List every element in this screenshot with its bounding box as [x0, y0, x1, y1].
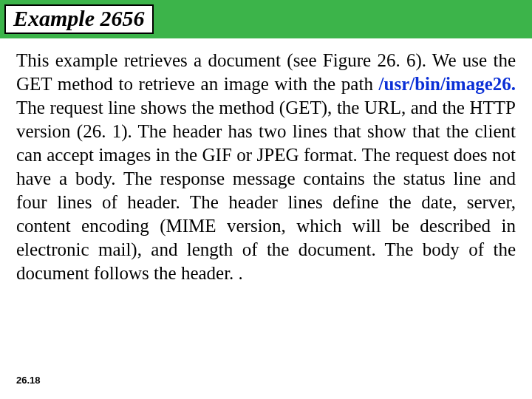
file-path: /usr/bin/image26.: [379, 74, 516, 94]
example-title-box: Example 2656: [4, 4, 154, 34]
body-text-post: The request line shows the method (GET),…: [16, 98, 516, 283]
page-number: 26.18: [16, 375, 41, 386]
example-title: Example 2656: [13, 6, 145, 30]
body-paragraph: This example retrieves a document (see F…: [16, 49, 516, 285]
header-bar: Example 2656: [0, 0, 532, 38]
content-area: This example retrieves a document (see F…: [0, 38, 532, 285]
